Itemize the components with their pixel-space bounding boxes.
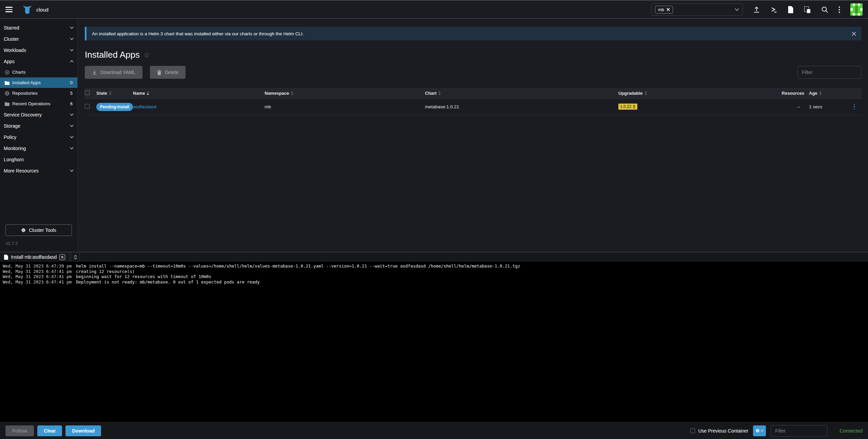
gear-icon	[21, 228, 26, 233]
sidebar-item-apps[interactable]: Apps	[0, 56, 77, 67]
app-name-link[interactable]: asdfasdasd	[133, 104, 156, 109]
globe-icon	[5, 91, 9, 96]
chevron-up-icon	[74, 255, 77, 257]
sidebar-item-storage[interactable]: Storage	[0, 120, 77, 131]
gear-icon	[755, 428, 760, 433]
resources-cell: –	[797, 104, 800, 109]
document-icon	[4, 255, 8, 260]
column-header-namespace[interactable]: Namespace	[265, 88, 425, 98]
import-yaml-icon[interactable]	[804, 6, 811, 13]
table-row: Pending-Install asdfasdasd mb metabase:1…	[85, 98, 862, 115]
upgrade-arrow-icon	[633, 105, 636, 108]
sidebar-item-starred[interactable]: Starred	[0, 22, 77, 33]
favorite-star-icon[interactable]: ☆	[143, 51, 150, 58]
sidebar-item-label: Recent Operations	[12, 101, 51, 106]
sidebar-item-installed-apps[interactable]: Installed Apps 0	[0, 77, 77, 88]
upload-icon[interactable]	[753, 6, 760, 13]
select-all-checkbox[interactable]	[85, 90, 90, 95]
download-yaml-button[interactable]: Download YAML	[85, 66, 142, 79]
avatar[interactable]	[850, 3, 863, 16]
clear-tag-icon[interactable]	[667, 8, 670, 11]
log-settings-button[interactable]	[753, 425, 766, 436]
overflow-menu-icon[interactable]	[838, 6, 840, 13]
tab-close-icon[interactable]	[59, 254, 65, 260]
clear-button[interactable]: Clear	[37, 425, 62, 436]
file-icon[interactable]	[788, 6, 794, 13]
sidebar-item-more-resources[interactable]: More Resources	[0, 165, 77, 176]
trash-icon	[157, 70, 161, 75]
column-header-upgradable[interactable]: Upgradable	[618, 88, 778, 98]
tab-install-log[interactable]: Install mb:asdfasdasd	[0, 252, 70, 262]
chevron-down-icon	[70, 125, 74, 127]
rancher-logo-icon[interactable]	[23, 5, 32, 14]
chevron-down-icon	[74, 257, 77, 259]
cluster-tools-button[interactable]: Cluster Tools	[5, 224, 72, 236]
follow-button[interactable]: Follow	[5, 425, 34, 436]
use-previous-container-option[interactable]: Use Previous Container	[690, 428, 748, 434]
age-cell: 1 secs	[809, 104, 822, 109]
use-previous-container-checkbox[interactable]	[690, 428, 695, 433]
search-filter-tag[interactable]: mb	[655, 6, 673, 14]
log-line: Wed, May 31 2023 6:47:41 pmDeployment is…	[3, 279, 865, 285]
sort-icon	[819, 91, 822, 95]
chevron-down-icon	[70, 49, 74, 51]
chevron-down-icon	[70, 26, 74, 29]
sidebar-item-charts[interactable]: Charts	[0, 67, 77, 77]
column-header-age[interactable]: Age	[809, 88, 847, 98]
download-log-button[interactable]: Download	[65, 425, 101, 436]
window-manager-panel: Install mb:asdfasdasd Wed, May 31 2023 6…	[0, 252, 868, 439]
sidebar-item-workloads[interactable]: Workloads	[0, 44, 77, 56]
folder-icon	[5, 81, 9, 85]
resource-search-select[interactable]: mb	[651, 3, 743, 16]
sidebar-item-cluster[interactable]: Cluster	[0, 33, 77, 44]
chevron-down-icon	[70, 38, 74, 40]
sidebar-item-monitoring[interactable]: Monitoring	[0, 143, 77, 154]
chevron-down-icon	[735, 8, 739, 11]
chevron-down-icon	[70, 113, 74, 116]
chevron-down-icon	[70, 147, 74, 149]
log-filter-input[interactable]	[771, 425, 827, 437]
row-actions-menu-icon[interactable]	[847, 104, 862, 110]
table-filter-input[interactable]	[797, 66, 862, 79]
sidebar-item-label: Charts	[12, 70, 26, 75]
search-filter-tag-label: mb	[658, 7, 664, 12]
count-badge: 6	[70, 101, 73, 106]
status-badge: Pending-Install	[96, 103, 133, 111]
log-line: Wed, May 31 2023 6:47:41 pmbeginning wai…	[3, 274, 865, 279]
banner-close-icon[interactable]	[852, 32, 856, 36]
sidebar: Starred Cluster Workloads Apps Charts In…	[0, 19, 78, 252]
sidebar-item-longhorn[interactable]: Longhorn	[0, 154, 77, 165]
panel-resize-toggle[interactable]	[71, 252, 80, 262]
chart-cell: metabase:1.0.21	[425, 104, 459, 109]
sidebar-item-repositories[interactable]: Repositories 5	[0, 88, 77, 98]
download-icon	[92, 70, 97, 75]
sidebar-item-policy[interactable]: Policy	[0, 131, 77, 143]
use-previous-container-label: Use Previous Container	[698, 428, 748, 434]
table-header-row: State Name Namespace Chart Upgradable Re…	[85, 88, 862, 98]
menu-icon[interactable]	[5, 7, 13, 12]
column-header-chart[interactable]: Chart	[425, 88, 618, 98]
column-header-name[interactable]: Name	[133, 88, 265, 98]
sort-icon	[291, 91, 293, 95]
sidebar-item-service-discovery[interactable]: Service Discovery	[0, 109, 77, 120]
version-label: v2.7.2	[6, 241, 72, 246]
search-icon[interactable]	[821, 6, 828, 13]
sidebar-item-recent-operations[interactable]: Recent Operations 6	[0, 98, 77, 109]
upgrade-version-badge[interactable]: 1.0.22	[618, 104, 637, 110]
sort-icon	[644, 91, 647, 95]
row-checkbox[interactable]	[85, 104, 90, 109]
log-line: Wed, May 31 2023 6:47:41 pmcreating 12 r…	[3, 269, 865, 274]
log-output[interactable]: Wed, May 31 2023 6:47:39 pmhelm install …	[0, 262, 868, 422]
info-banner: An installed application is a Helm 3 cha…	[85, 27, 862, 40]
sort-icon-active	[147, 91, 149, 95]
sort-icon	[109, 91, 112, 95]
sidebar-item-label: More Resources	[4, 168, 39, 173]
sidebar-item-label: Monitoring	[4, 146, 26, 151]
delete-button[interactable]: Delete	[150, 66, 186, 79]
chevron-up-icon	[70, 60, 74, 62]
main-content: An installed application is a Helm 3 cha…	[78, 19, 868, 252]
chevron-down-icon	[70, 169, 74, 172]
folder-icon	[5, 102, 9, 106]
kubectl-shell-icon[interactable]	[770, 6, 777, 13]
column-header-state[interactable]: State	[96, 88, 133, 98]
